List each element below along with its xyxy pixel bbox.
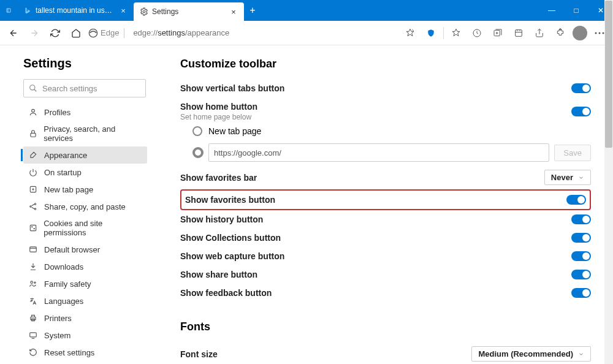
- toggle-webcapture[interactable]: [571, 251, 591, 261]
- toggle-feedback[interactable]: [571, 288, 591, 298]
- titlebar: tallest mountain in usa - Bing × Setting…: [0, 0, 613, 21]
- chevron-down-icon: [578, 351, 584, 357]
- toggle-history[interactable]: [571, 214, 591, 224]
- settings-main: Customize toolbar Show vertical tabs but…: [152, 45, 613, 364]
- content-area: Settings Search settings Profiles Privac…: [0, 45, 613, 364]
- nav-appearance[interactable]: Appearance: [23, 146, 147, 164]
- svg-point-19: [34, 208, 36, 210]
- brush-icon: [28, 150, 38, 160]
- minimize-button[interactable]: —: [539, 0, 564, 21]
- nav-printers[interactable]: Printers: [23, 309, 147, 327]
- history-button[interactable]: [468, 25, 485, 42]
- favorites-button[interactable]: [447, 25, 465, 42]
- sidebar-title: Settings: [23, 56, 147, 70]
- collections-button[interactable]: [489, 25, 506, 42]
- setting-feedback: Show feedback button: [180, 284, 591, 302]
- search-settings-input[interactable]: Search settings: [23, 79, 146, 97]
- setting-favorites-bar: Show favorites bar Never: [180, 165, 591, 189]
- family-icon: [28, 279, 38, 289]
- svg-rect-0: [7, 9, 10, 12]
- svg-point-10: [599, 32, 601, 34]
- tab-label: Settings: [152, 7, 226, 16]
- system-icon: [28, 330, 38, 340]
- nav-family[interactable]: Family safety: [23, 275, 147, 292]
- svg-rect-15: [31, 133, 36, 137]
- tab-strip-icon[interactable]: [0, 0, 17, 21]
- url-text: edge://settings/appearance: [133, 28, 229, 37]
- toggle-share[interactable]: [571, 270, 591, 279]
- tab-bing[interactable]: tallest mountain in usa - Bing ×: [17, 0, 134, 21]
- home-button[interactable]: [67, 25, 85, 42]
- webcapture-button[interactable]: [510, 25, 527, 42]
- toggle-collections[interactable]: [571, 233, 591, 243]
- close-icon[interactable]: ×: [119, 6, 128, 15]
- svg-point-17: [30, 206, 31, 207]
- setting-history: Show history button: [180, 210, 591, 229]
- chevron-down-icon: [578, 175, 584, 181]
- maximize-button[interactable]: □: [564, 0, 588, 21]
- nav-privacy[interactable]: Privacy, search, and services: [23, 121, 147, 146]
- settings-nav: Profiles Privacy, search, and services A…: [23, 104, 147, 364]
- nav-phone[interactable]: Phone and other devices: [23, 361, 147, 364]
- profile-avatar[interactable]: [573, 26, 587, 40]
- settings-sidebar: Settings Search settings Profiles Privac…: [0, 45, 152, 364]
- edge-icon: [88, 28, 98, 38]
- lock-icon: [28, 129, 37, 138]
- extensions-button[interactable]: [552, 25, 569, 42]
- scrollbar-thumb[interactable]: [605, 1, 612, 148]
- save-button[interactable]: Save: [554, 145, 591, 161]
- svg-point-12: [30, 85, 35, 90]
- radio-newtab-page[interactable]: New tab page: [180, 123, 591, 140]
- toggle-home-button[interactable]: [571, 107, 591, 116]
- nav-newtab[interactable]: New tab page: [23, 181, 147, 198]
- home-url-input[interactable]: [208, 143, 549, 162]
- svg-rect-29: [30, 333, 37, 337]
- power-icon: [28, 167, 38, 177]
- svg-point-14: [32, 109, 35, 112]
- read-aloud-button[interactable]: [402, 25, 419, 42]
- svg-point-18: [34, 203, 36, 205]
- nav-share[interactable]: Share, copy, and paste: [23, 198, 147, 215]
- page-icon: [28, 184, 38, 194]
- svg-point-9: [595, 32, 597, 34]
- svg-rect-20: [30, 225, 36, 230]
- edge-label-text: Edge: [101, 28, 119, 37]
- scrollbar[interactable]: [604, 0, 613, 364]
- back-button[interactable]: [5, 25, 22, 42]
- font-size-select[interactable]: Medium (Recommended): [471, 346, 591, 362]
- language-icon: [28, 296, 38, 306]
- nav-languages[interactable]: Languages: [23, 292, 147, 309]
- refresh-button[interactable]: [47, 25, 64, 42]
- toggle-favorites-button[interactable]: [566, 195, 586, 205]
- svg-point-26: [34, 282, 36, 283]
- site-identity[interactable]: Edge: [88, 28, 124, 38]
- setting-font-size: Font size Medium (Recommended): [180, 342, 591, 364]
- new-tab-button[interactable]: +: [244, 0, 261, 21]
- bing-icon: [23, 6, 32, 15]
- nav-cookies[interactable]: Cookies and site permissions: [23, 215, 147, 241]
- tracking-button[interactable]: [422, 25, 440, 42]
- nav-downloads[interactable]: Downloads: [23, 258, 147, 275]
- nav-reset[interactable]: Reset settings: [23, 344, 147, 361]
- fonts-heading: Fonts: [180, 320, 591, 333]
- nav-profiles[interactable]: Profiles: [23, 104, 147, 121]
- nav-default[interactable]: Default browser: [23, 241, 147, 258]
- svg-point-25: [31, 281, 33, 284]
- nav-onstartup[interactable]: On startup: [23, 164, 147, 181]
- close-icon[interactable]: ×: [229, 7, 238, 17]
- tab-settings[interactable]: Settings ×: [134, 2, 244, 21]
- radio-custom-url[interactable]: Save: [180, 140, 591, 165]
- setting-vertical-tabs: Show vertical tabs button: [180, 79, 591, 97]
- setting-home-button: Show home button Set home page below: [180, 97, 591, 123]
- share-icon: [28, 202, 38, 211]
- svg-rect-7: [516, 29, 522, 36]
- setting-share: Show share button: [180, 265, 591, 284]
- address-bar[interactable]: edge://settings/appearance: [128, 25, 398, 42]
- setting-collections: Show Collections button: [180, 229, 591, 247]
- svg-point-22: [34, 229, 34, 229]
- toggle-vertical-tabs[interactable]: [571, 83, 591, 93]
- nav-system[interactable]: System: [23, 327, 147, 344]
- favorites-bar-select[interactable]: Never: [544, 170, 591, 185]
- share-button[interactable]: [531, 25, 548, 42]
- setting-webcapture: Show web capture button: [180, 247, 591, 265]
